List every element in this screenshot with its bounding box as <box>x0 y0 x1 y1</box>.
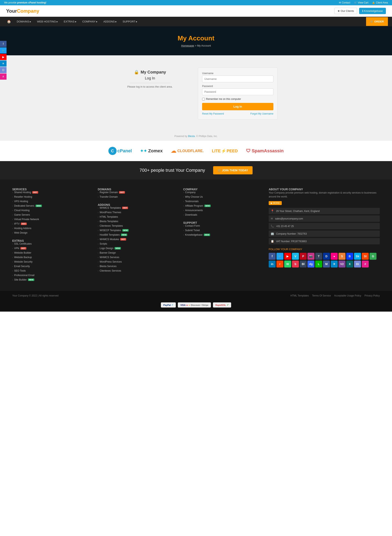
footer-aup-link[interactable]: Acceptable Usage Policy <box>334 294 361 297</box>
social-whatsapp[interactable]: W <box>284 261 291 267</box>
social-flickr[interactable]: ● <box>331 253 338 260</box>
footer-link-iptv[interactable]: ›IPTVHOT <box>12 222 92 225</box>
blesta-link[interactable]: Blesta <box>188 135 195 138</box>
social-pinterest[interactable]: P <box>300 253 307 260</box>
footer-link-professional-email[interactable]: ›Professional Email <box>12 274 92 277</box>
social-tumblr[interactable]: T <box>315 253 322 260</box>
footer-link-whmcs-templates[interactable]: ›WHMCS TemplatesHOT <box>98 206 177 209</box>
social-behance[interactable]: B <box>346 253 353 260</box>
footer-tos-link[interactable]: Terms Of Service <box>312 294 331 297</box>
social-digg[interactable]: dg <box>308 261 314 267</box>
footer-link-whmcs-modules[interactable]: ›WHMCS ModulesHOT <box>98 238 177 241</box>
footer-privacy-link[interactable]: Privacy Policy <box>364 294 380 297</box>
reset-password-link[interactable]: Reset My Password <box>202 112 224 115</box>
nav-extras[interactable]: EXTRAS ▸ <box>61 17 79 26</box>
social-slack[interactable]: # <box>362 261 369 267</box>
footer-link-wisecp-templates[interactable]: ›WISECP TemplatesNEW <box>98 229 177 232</box>
footer-link-contact-form[interactable]: ›Contact Form <box>183 224 262 227</box>
social-diaspora[interactable]: D <box>323 253 330 260</box>
client-area-link[interactable]: 🔒 Client Area <box>372 1 388 4</box>
footer-link-wp-services[interactable]: ›WordPress Services <box>98 260 177 263</box>
footer-link-reseller-hosting[interactable]: ›Reseller Hosting <box>12 196 92 198</box>
footer-link-why-choose-us[interactable]: ›Why Choose Us <box>183 196 262 198</box>
nav-company[interactable]: COMPANY ▸ <box>79 17 100 26</box>
footer-link-website-builder[interactable]: ›Website Builder <box>12 251 92 254</box>
forgot-username-link[interactable]: Forgot My Username <box>250 112 273 115</box>
footer-link-logo-design[interactable]: ›Logo DesignNEW <box>98 247 177 250</box>
knowledgebase-button[interactable]: ℹ Knowledgebase <box>359 8 386 14</box>
nav-addons[interactable]: ADDONS ▸ <box>100 17 120 26</box>
username-input[interactable] <box>202 75 273 82</box>
social-line[interactable]: L <box>315 261 322 267</box>
footer-link-clientexec-templates[interactable]: ›Clientexec Templates <box>98 224 177 227</box>
footer-link-blesta-services[interactable]: ›Blesta Services <box>98 265 177 268</box>
remember-checkbox[interactable] <box>202 98 205 100</box>
social-blogger[interactable]: b <box>292 261 299 267</box>
footer-link-email-security[interactable]: ›Email Security <box>12 265 92 268</box>
footer-link-register-domain[interactable]: ›Register DomainHOT <box>98 191 177 194</box>
social-tw[interactable]: 🐦 <box>276 253 283 260</box>
footer-link-downloads[interactable]: ›Downloads <box>183 213 262 216</box>
social-skype[interactable]: Sk <box>354 253 361 260</box>
social-instagram[interactable]: 📷 <box>308 253 314 260</box>
nav-domains[interactable]: DOMAINS ▸ <box>14 17 34 26</box>
footer-link-vps-hosting[interactable]: ›VPS Hosting <box>12 200 92 203</box>
footer-link-hostbill-templates[interactable]: ›HostBill TemplatesNEW <box>98 233 177 236</box>
social-stumbleupon2[interactable]: St <box>362 253 369 260</box>
nav-home[interactable]: 🏠 <box>4 17 14 26</box>
social-meetup[interactable]: M <box>323 261 330 267</box>
footer-link-company[interactable]: ›Company <box>183 191 262 194</box>
footer-link-website-backup[interactable]: ›Website Backup <box>12 256 92 259</box>
view-cart-link[interactable]: 🛒 View Cart <box>354 1 369 4</box>
footer-link-game-servers[interactable]: ›Game Servers <box>12 213 92 216</box>
social-discord-f[interactable]: Di <box>354 261 361 267</box>
social-youtube[interactable]: ▶ <box>0 54 7 60</box>
footer-link-testimonials[interactable]: ›Testimonials <box>183 200 262 203</box>
nav-order[interactable]: 🛒 ORDER <box>366 17 388 26</box>
our-clients-button[interactable]: ★ Our Clients <box>334 8 357 14</box>
footer-link-cloud-hosting[interactable]: ›Cloud Hosting <box>12 209 92 212</box>
social-linkedin[interactable]: in <box>269 261 276 267</box>
social-twitter[interactable]: 🐦 <box>0 47 7 53</box>
social-telegram[interactable]: ✈ <box>0 61 7 67</box>
footer-link-blesta-templates[interactable]: ›Blesta Templates <box>98 220 177 223</box>
footer-link-dedicated-servers[interactable]: ›Dedicated ServersNEW <box>12 204 92 207</box>
footer-link-vpn-hosting[interactable]: ›Virtual Private Network <box>12 218 92 221</box>
footer-link-wp-themes[interactable]: ›WordPress Themes <box>98 211 177 214</box>
nav-support[interactable]: SUPPORT ▸ <box>120 17 140 26</box>
social-reddit[interactable]: r <box>276 261 283 267</box>
footer-link-website-security[interactable]: ›Website Security <box>12 260 92 263</box>
join-button[interactable]: 🛒 JOIN THEM TODAY <box>213 166 252 174</box>
social-vimeo[interactable]: V <box>292 253 299 260</box>
social-fb[interactable]: f <box>269 253 276 260</box>
nav-web-hosting[interactable]: WEB HOSTING ▸ <box>34 17 61 26</box>
breadcrumb-home[interactable]: Homepage <box>181 44 194 47</box>
logo[interactable]: YourCompany <box>6 8 39 14</box>
footer-link-site-builder[interactable]: ›Site BuilderNEW <box>12 278 92 281</box>
footer-link-whmcs-services[interactable]: ›WHMCS Services <box>98 256 177 259</box>
social-tg[interactable]: ✈ <box>331 261 338 267</box>
footer-html-templates-link[interactable]: HTML Templates <box>290 294 309 297</box>
footer-link-clientexec-services[interactable]: ›Clientexec Services <box>98 269 177 272</box>
footer-link-vpn[interactable]: ›VPNHOT <box>12 247 92 250</box>
social-stumble[interactable]: S <box>339 253 345 260</box>
social-blog[interactable]: Bl <box>300 261 307 267</box>
footer-link-ssl[interactable]: ›SSL Certificates <box>12 242 92 245</box>
social-xing[interactable]: X <box>346 261 353 267</box>
footer-link-banner-design[interactable]: ›Banner Design <box>98 251 177 254</box>
social-other[interactable]: # <box>0 74 7 80</box>
footer-link-html-templates[interactable]: ›HTML Templates <box>98 215 177 218</box>
password-input[interactable] <box>202 89 273 95</box>
footer-link-hosting-addons[interactable]: ›Hosting Addons <box>12 227 92 230</box>
footer-link-shared-hosting[interactable]: ›Shared HostingHOT <box>12 191 92 194</box>
social-yt[interactable]: ▶ <box>284 253 291 260</box>
footer-link-seo-tools[interactable]: ›SEO Tools <box>12 269 92 272</box>
footer-link-submit-ticket[interactable]: ›Submit Ticket <box>183 229 262 232</box>
footer-link-affiliate[interactable]: ›Affiliate ProgramNEW <box>183 204 262 207</box>
footer-link-scripts[interactable]: ›Scripts <box>98 242 177 245</box>
social-viber[interactable]: V2 <box>339 261 345 267</box>
more-button[interactable]: ▶ MORE <box>269 201 282 205</box>
login-button[interactable]: Log In <box>202 103 273 110</box>
social-discord[interactable]: D <box>0 67 7 73</box>
contact-link[interactable]: ✉ Contact <box>339 1 350 4</box>
